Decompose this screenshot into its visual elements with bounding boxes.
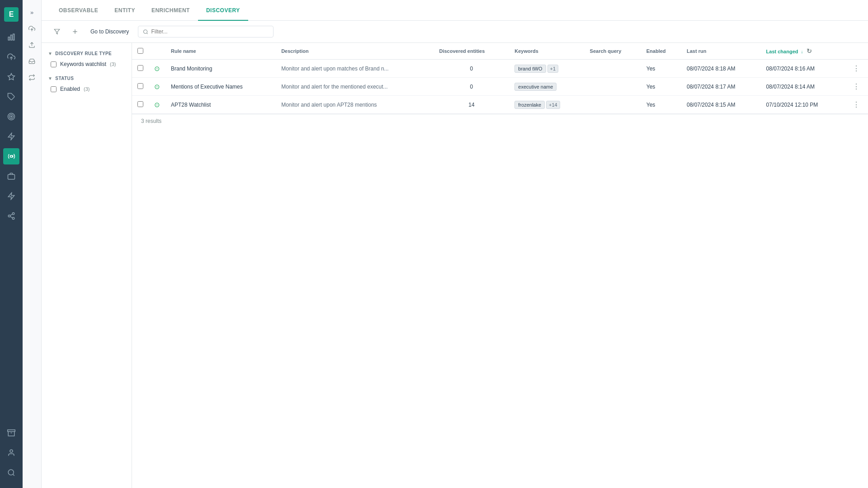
row-select-exec[interactable] [137,83,143,89]
table-row: ⊙ Mentions of Executive Names Monitor an… [132,78,868,96]
row-rule-name-apt28[interactable]: APT28 Watchlist [165,96,276,114]
svg-line-15 [10,214,12,216]
tab-enrichment[interactable]: ENRICHMENT [143,0,198,21]
sort-desc-icon: ↓ [801,49,803,54]
sidebar-item-person[interactable] [3,188,19,204]
keyword-tag: brand tWO [514,65,546,73]
row-discovered-exec: 0 [434,78,509,96]
sidebar-item-cases[interactable] [3,168,19,184]
icon-bar: E [0,0,23,488]
second-bar-upload2[interactable] [25,38,39,52]
col-header-actions [844,43,868,60]
col-header-status [149,43,165,60]
sidebar-item-graph[interactable] [3,208,19,224]
row-last-run-apt28: 08/07/2024 8:15 AM [681,96,761,114]
filter-keywords-watchlist-label: Keywords watchlist [60,61,106,67]
row-status-apt28: ⊙ [149,96,165,114]
keywords-watchlist-checkbox[interactable] [51,61,57,67]
row-status-brand: ⊙ [149,60,165,78]
second-bar-upload[interactable] [25,22,39,35]
filter-section-label: DISCOVERY RULE TYPE [55,51,112,56]
keyword-tag: executive name [514,83,557,91]
filter-panel: ▼ DISCOVERY RULE TYPE Keywords watchlist… [42,43,132,488]
col-header-last-changed[interactable]: Last changed ↓ ↻ [761,43,844,60]
filter-enabled-count: (3) [84,86,90,92]
sidebar-item-analytics[interactable] [3,29,19,45]
sidebar-item-monitor[interactable] [3,148,19,164]
svg-marker-10 [8,193,14,200]
row-description-brand: Monitor and alert upon matches of Brand … [276,60,434,78]
row-checkbox-brand[interactable] [132,60,149,78]
row-checkbox-apt28[interactable] [132,96,149,114]
row-rule-name-exec[interactable]: Mentions of Executive Names [165,78,276,96]
row-keywords-exec: executive name [509,78,584,96]
svg-rect-2 [13,34,14,40]
col-header-search-query[interactable]: Search query [585,43,641,60]
sidebar-item-target[interactable] [3,108,19,125]
enabled-checkbox[interactable] [51,86,57,92]
col-header-last-run[interactable]: Last run [681,43,761,60]
keyword-tag: frozenlake [514,101,545,109]
tab-discovery[interactable]: DISCOVERY [198,0,248,21]
select-all-checkbox[interactable] [137,48,143,54]
svg-rect-1 [11,35,12,40]
col-header-enabled[interactable]: Enabled [641,43,681,60]
svg-point-12 [8,215,10,217]
row-actions-menu[interactable]: ⋮ [850,64,863,73]
row-select-brand[interactable] [137,65,143,71]
row-menu-brand[interactable]: ⋮ [844,60,868,78]
sidebar-item-upload[interactable] [3,49,19,65]
row-checkbox-exec[interactable] [132,78,149,96]
svg-line-27 [147,33,148,33]
row-enabled-brand: Yes [641,60,681,78]
refresh-icon[interactable]: ↻ [807,47,812,55]
col-header-discovered-entities[interactable]: Discovered entities [434,43,509,60]
filter-button[interactable] [51,25,63,38]
svg-point-8 [10,155,13,158]
row-actions-menu[interactable]: ⋮ [850,100,863,109]
app-logo[interactable]: E [4,7,19,22]
row-menu-exec[interactable]: ⋮ [844,78,868,96]
second-bar-flow[interactable] [25,70,39,84]
sidebar-item-archive[interactable] [3,425,19,441]
col-header-checkbox[interactable] [132,43,149,60]
filter-input[interactable] [151,28,269,35]
col-header-rule-name[interactable]: Rule name [165,43,276,60]
sidebar-item-tags[interactable] [3,89,19,105]
row-discovered-brand: 0 [434,60,509,78]
filter-enabled[interactable]: Enabled (3) [42,84,132,94]
filter-section-discovery-rule-type[interactable]: ▼ DISCOVERY RULE TYPE [42,48,132,59]
svg-rect-16 [8,430,15,432]
row-keywords-brand: brand tWO+1 [509,60,584,78]
add-button[interactable] [69,25,81,38]
filter-keywords-watchlist[interactable]: Keywords watchlist (3) [42,59,132,70]
table-row: ⊙ Brand Monitoring Monitor and alert upo… [132,60,868,78]
sidebar-item-profile[interactable] [3,445,19,461]
row-last-run-brand: 08/07/2024 8:18 AM [681,60,761,78]
tab-entity[interactable]: ENTITY [106,0,143,21]
expand-button[interactable]: » [25,5,39,19]
discovery-table: Rule name Description Discovered entitie… [132,43,868,114]
row-last-run-exec: 08/07/2024 8:17 AM [681,78,761,96]
svg-point-7 [11,116,12,117]
sidebar-item-search[interactable] [3,465,19,481]
row-rule-name-brand[interactable]: Brand Monitoring [165,60,276,78]
search-icon [143,29,148,35]
svg-line-20 [13,474,14,475]
svg-point-26 [144,29,147,33]
go-to-discovery-button[interactable]: Go to Discovery [87,27,132,37]
row-actions-menu[interactable]: ⋮ [850,82,863,91]
sidebar-item-threat[interactable] [3,69,19,85]
row-description-exec: Monitor and alert for the mentioned exec… [276,78,434,96]
row-menu-apt28[interactable]: ⋮ [844,96,868,114]
filter-section-status[interactable]: ▼ STATUS [42,73,132,84]
row-select-apt28[interactable] [137,101,143,107]
col-header-keywords[interactable]: Keywords [509,43,584,60]
sidebar-item-alerts[interactable] [3,128,19,145]
row-discovered-apt28: 14 [434,96,509,114]
second-bar-box[interactable] [25,54,39,68]
status-ok-icon: ⊙ [154,101,160,108]
col-header-description[interactable]: Description [276,43,434,60]
tab-observable[interactable]: OBSERVABLE [51,0,106,21]
table-header-row: Rule name Description Discovered entitie… [132,43,868,60]
